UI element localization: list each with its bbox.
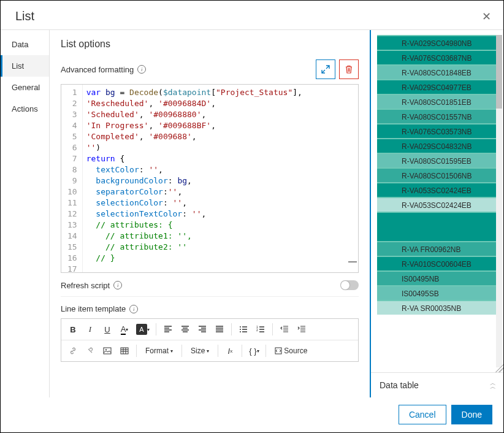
list-item[interactable]: R-VA029SC04977EB [377, 79, 498, 94]
align-right-icon [198, 325, 207, 334]
svg-rect-7 [121, 348, 128, 354]
list-item[interactable]: R-VA076SC03687NB [377, 50, 498, 64]
list-item[interactable] [377, 212, 498, 241]
list-item[interactable]: R-VA029SC04832NB [377, 138, 498, 153]
rich-text-toolbar: B I U A▾ A▾ 12 [61, 318, 359, 362]
resize-grip[interactable] [495, 364, 503, 372]
code-editor[interactable]: 1234567891011121314151617 var bg = Decod… [61, 84, 359, 273]
list-item[interactable]: R-VA029SC04980NB [377, 35, 498, 50]
svg-point-1 [240, 329, 241, 330]
indent-icon [297, 325, 306, 334]
list-item[interactable]: R-VA053SC02424EB [377, 182, 498, 197]
link-button[interactable] [65, 343, 81, 359]
number-list-button[interactable]: 12 [253, 321, 269, 337]
scrollbar-thumb[interactable] [348, 261, 357, 262]
image-icon [103, 347, 112, 355]
chevron-up-icon: ︿︿ [490, 381, 496, 389]
unlink-button[interactable] [82, 343, 98, 359]
sidebar-item-general[interactable]: General [1, 77, 49, 98]
svg-text:2: 2 [256, 328, 258, 332]
numlist-icon: 12 [256, 325, 265, 334]
align-left-icon [164, 325, 172, 334]
bullet-list-button[interactable] [235, 321, 251, 337]
clear-format-button[interactable]: Ix [222, 343, 238, 359]
preview-list[interactable]: R-VA029SC04980NBR-VA076SC03687NBR-VA080S… [377, 35, 498, 315]
unlink-icon [86, 347, 94, 355]
bullet-icon [239, 325, 248, 334]
code-lines[interactable]: var bg = Decode($datapoint["Project_Stat… [83, 85, 358, 272]
list-item[interactable]: IS00495NB [377, 270, 498, 285]
list-item[interactable]: R-VA SR00035NB [377, 300, 498, 315]
delete-button[interactable] [339, 59, 359, 79]
table-button[interactable] [116, 343, 132, 359]
refresh-toggle[interactable] [340, 280, 359, 290]
preview-panel: R-VA029SC04980NBR-VA076SC03687NBR-VA080S… [371, 30, 503, 397]
trash-icon [345, 65, 353, 74]
list-item[interactable]: R-VA080SC01848EB [377, 64, 498, 79]
list-item[interactable]: R-VA053SC02424EB [377, 197, 498, 212]
align-center-button[interactable] [177, 321, 193, 337]
text-color-button[interactable]: A▾ [116, 321, 132, 337]
close-icon[interactable]: ✕ [482, 10, 491, 23]
align-center-icon [181, 325, 189, 334]
size-dropdown[interactable]: Size▾ [186, 343, 214, 359]
list-item[interactable]: R-VA080SC01557NB [377, 109, 498, 123]
expand-button[interactable] [316, 59, 335, 79]
refresh-label: Refresh script [61, 281, 110, 290]
image-button[interactable] [99, 343, 115, 359]
sidebar-item-data[interactable]: Data [1, 34, 49, 55]
bold-button[interactable]: B [65, 321, 81, 337]
sidebar-item-list[interactable]: List [1, 55, 49, 77]
align-right-button[interactable] [194, 321, 210, 337]
svg-rect-5 [104, 348, 111, 354]
svg-point-2 [240, 331, 241, 332]
format-dropdown[interactable]: Format▾ [140, 343, 178, 359]
preview-scrollbar[interactable] [496, 35, 502, 367]
underline-button[interactable]: U [99, 321, 115, 337]
list-item[interactable]: R-VA080SC01506NB [377, 167, 498, 182]
list-item[interactable]: IS00495SB [377, 285, 498, 300]
source-button[interactable]: Source [270, 343, 312, 359]
italic-button[interactable]: I [82, 321, 98, 337]
justify-icon [215, 325, 224, 334]
code-gutter: 1234567891011121314151617 [61, 85, 83, 272]
braces-button[interactable]: { }▾ [246, 343, 262, 359]
main-panel: List options Advanced formatting i 12345… [50, 30, 371, 397]
template-label: Line item template [61, 304, 126, 313]
table-icon [120, 347, 129, 355]
done-button[interactable]: Done [451, 405, 492, 424]
justify-button[interactable] [212, 321, 227, 337]
align-left-button[interactable] [160, 321, 176, 337]
list-item[interactable]: R-VA080SC01595EB [377, 153, 498, 167]
panel-title: List options [61, 39, 359, 50]
list-item[interactable]: R-VA080SC01851EB [377, 94, 498, 109]
expand-icon [321, 65, 330, 74]
sidebar: DataListGeneralActions [1, 30, 50, 397]
svg-point-6 [105, 349, 107, 350]
info-icon[interactable]: i [129, 305, 138, 313]
list-item[interactable]: R-VA010SC00604EB [377, 256, 498, 270]
link-icon [69, 347, 77, 355]
info-icon[interactable]: i [113, 281, 122, 289]
sidebar-item-actions[interactable]: Actions [1, 98, 49, 120]
svg-point-0 [240, 326, 241, 328]
dialog-title: List [15, 9, 34, 23]
outdent-icon [280, 325, 289, 334]
advanced-formatting-label: Advanced formatting [61, 65, 134, 74]
outdent-button[interactable] [277, 321, 292, 337]
cancel-button[interactable]: Cancel [399, 405, 446, 424]
bg-color-button[interactable]: A▾ [134, 321, 152, 337]
indent-button[interactable] [294, 321, 310, 337]
list-item[interactable]: R-VA FR00962NB [377, 241, 498, 256]
source-icon [275, 347, 282, 354]
list-item[interactable]: R-VA076SC03573NB [377, 123, 498, 138]
info-icon[interactable]: i [137, 65, 146, 74]
data-table-toggle[interactable]: Data table ︿︿ [371, 372, 503, 397]
